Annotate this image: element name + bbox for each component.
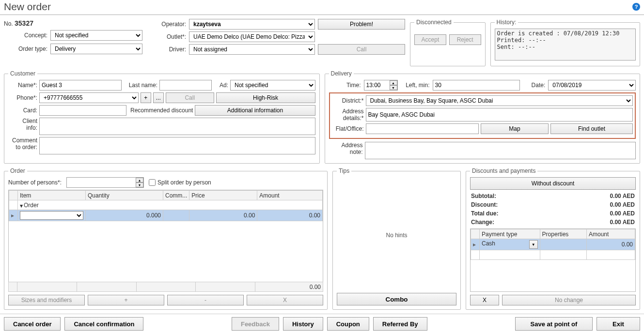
concept-label: Concept: bbox=[4, 32, 47, 39]
time-up[interactable]: ▲ bbox=[390, 80, 397, 85]
history-text[interactable]: Order is created : 07/08/2019 12:30 Prin… bbox=[495, 29, 636, 61]
discount-label: Discount: bbox=[471, 201, 595, 208]
persons-down[interactable]: ▼ bbox=[136, 182, 143, 187]
operator-select[interactable]: kzaytseva bbox=[189, 19, 315, 30]
add-item-button[interactable]: + bbox=[88, 295, 164, 305]
left-input[interactable] bbox=[433, 80, 520, 91]
find-outlet-button[interactable]: Find outlet bbox=[550, 123, 633, 134]
no-hints-text: No hints bbox=[337, 177, 456, 293]
name-input[interactable] bbox=[39, 80, 122, 91]
history-panel: History: Order is created : 07/08/2019 1… bbox=[490, 19, 640, 66]
discounts-panel: Discounts and payments Without discount … bbox=[466, 167, 640, 310]
order-grid: Item Quantity Comm... Price Amount ▶Orde… bbox=[9, 190, 323, 221]
disconnected-legend: Disconnected bbox=[414, 19, 454, 26]
combo-button[interactable]: Combo bbox=[337, 293, 456, 305]
operator-label: Operator: bbox=[152, 21, 186, 28]
call-customer-button[interactable]: Call bbox=[166, 92, 214, 103]
driver-label: Driver: bbox=[152, 46, 186, 53]
coupon-button[interactable]: Coupon bbox=[327, 317, 369, 331]
num-persons-input[interactable] bbox=[66, 177, 144, 188]
change-value: 0.00 AED bbox=[610, 219, 635, 226]
comment-label: Comment to order: bbox=[8, 137, 37, 151]
outlet-select[interactable]: UAE Demo Delco (UAE Demo Delco: Pizza) bbox=[189, 31, 315, 42]
sizes-modifiers-button[interactable]: Sizes and modifiers bbox=[8, 295, 85, 305]
accept-button[interactable]: Accept bbox=[414, 34, 446, 45]
history-button[interactable]: History bbox=[283, 317, 323, 331]
date-select[interactable]: 07/08/2019 bbox=[548, 80, 636, 91]
cancel-confirmation-button[interactable]: Cancel confirmation bbox=[64, 317, 143, 331]
driver-select[interactable]: Not assigned bbox=[189, 44, 315, 55]
additional-info-button[interactable]: Additional information bbox=[195, 105, 315, 116]
no-change-button[interactable]: No change bbox=[502, 295, 636, 305]
time-label: Time: bbox=[329, 82, 361, 89]
lastname-input[interactable] bbox=[159, 80, 212, 91]
customer-legend: Customer bbox=[8, 70, 37, 77]
comment-textarea[interactable] bbox=[39, 137, 315, 154]
problem-button[interactable]: Problem! bbox=[318, 19, 405, 30]
flat-input[interactable] bbox=[366, 123, 479, 134]
map-button[interactable]: Map bbox=[481, 123, 549, 134]
client-info-label: Client info: bbox=[8, 118, 37, 131]
tips-legend: Tips bbox=[337, 167, 351, 174]
discount-value: 0.00 AED bbox=[610, 201, 635, 208]
referred-by-button[interactable]: Referred By bbox=[373, 317, 427, 331]
name-label: Name*: bbox=[8, 82, 37, 89]
subtotal-label: Subtotal: bbox=[471, 193, 595, 199]
totaldue-label: Total due: bbox=[471, 210, 595, 217]
ad-label: Ad: bbox=[214, 82, 228, 89]
lastname-label: Last name: bbox=[124, 82, 157, 89]
page-title: New order bbox=[4, 1, 51, 13]
subtotal-value: 0.00 AED bbox=[610, 193, 635, 199]
num-persons-label: Number of persons*: bbox=[8, 179, 62, 186]
rec-discount-label: Recommended discount bbox=[128, 107, 193, 114]
client-info-textarea[interactable] bbox=[39, 118, 315, 135]
feedback-button[interactable]: Feedback bbox=[232, 317, 279, 331]
time-down[interactable]: ▼ bbox=[390, 85, 397, 90]
payment-type-dropdown[interactable]: ▼ bbox=[529, 240, 538, 249]
reject-button[interactable]: Reject bbox=[449, 34, 481, 45]
order-item-row: ▸ 0.000 0.00 0.00 bbox=[9, 210, 323, 221]
delete-payment-button[interactable]: X bbox=[470, 295, 499, 305]
order-type-select[interactable]: Delivery bbox=[50, 44, 142, 54]
save-button[interactable]: Save at point of bbox=[515, 317, 593, 331]
change-label: Change: bbox=[471, 219, 595, 226]
order-number: 35327 bbox=[15, 19, 33, 27]
ad-select[interactable]: Not specified bbox=[230, 80, 315, 91]
delete-item-button[interactable]: X bbox=[247, 295, 323, 305]
district-select[interactable]: Dubai, Business Bay, Bay Square, ASGC Du… bbox=[366, 95, 633, 106]
help-icon[interactable]: ? bbox=[632, 3, 640, 11]
remove-item-button[interactable]: - bbox=[167, 295, 244, 305]
item-cell-select[interactable] bbox=[20, 211, 83, 220]
history-legend: History: bbox=[495, 19, 518, 26]
cancel-order-button[interactable]: Cancel order bbox=[4, 317, 61, 331]
card-label: Card: bbox=[8, 107, 37, 114]
expand-icon[interactable]: ▶ bbox=[19, 204, 24, 207]
customer-panel: Customer Name*: Last name: Ad: Not speci… bbox=[4, 70, 320, 164]
outlet-label: Outlet*: bbox=[152, 33, 186, 40]
phone-add-button[interactable]: + bbox=[141, 92, 151, 103]
phone-more-button[interactable]: ... bbox=[153, 92, 164, 103]
phone-label: Phone*: bbox=[8, 94, 37, 101]
concept-select[interactable]: Not specified bbox=[50, 30, 142, 41]
order-panel: Order Number of persons*: ▲▼ Split order… bbox=[4, 167, 328, 310]
addr-note-label: Address note: bbox=[329, 142, 363, 155]
payment-row: ▸ Cash▼ 0.00 bbox=[471, 239, 635, 250]
addr-note-textarea[interactable] bbox=[365, 142, 636, 159]
persons-up[interactable]: ▲ bbox=[136, 178, 143, 182]
order-legend: Order bbox=[8, 167, 27, 174]
card-input[interactable] bbox=[39, 105, 126, 116]
exit-button[interactable]: Exit bbox=[597, 317, 640, 331]
flat-label: Flat/Office: bbox=[332, 125, 364, 132]
order-group-row: ▶Order bbox=[9, 200, 323, 210]
high-risk-button[interactable]: High-Risk bbox=[216, 92, 315, 103]
call-driver-button[interactable]: Call bbox=[318, 44, 405, 55]
district-label: District:* bbox=[332, 97, 364, 104]
without-discount-button[interactable]: Without discount bbox=[470, 177, 636, 190]
discounts-legend: Discounts and payments bbox=[470, 167, 537, 174]
delivery-panel: Delivery Time: ▲▼ Left, min: Date: 07/08… bbox=[325, 70, 641, 164]
payments-grid: Payment type Properties Amount ▸ Cash▼ 0… bbox=[471, 229, 635, 260]
split-check[interactable]: Split order by person bbox=[149, 179, 211, 186]
addr-details-label: Address details:* bbox=[332, 108, 364, 121]
addr-details-input[interactable] bbox=[366, 108, 633, 121]
phone-select[interactable]: +97777666555 bbox=[39, 92, 139, 103]
